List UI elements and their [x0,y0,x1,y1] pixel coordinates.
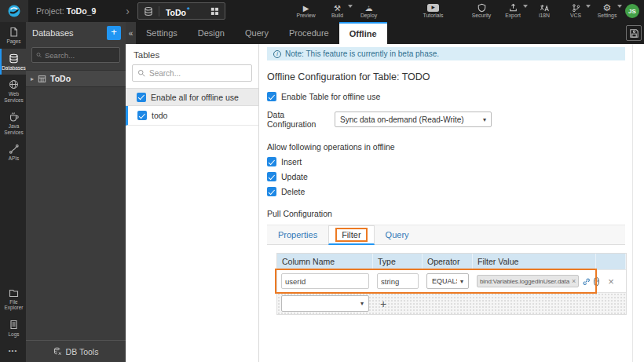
header-filter-value: Filter Value [473,254,596,269]
enable-all-offline-row[interactable]: Enable all for offline use [126,88,258,106]
filter-table-header: Column Name Type Operator Filter Value [277,254,626,269]
security-shield-icon [478,3,486,13]
tab-properties[interactable]: Properties [267,225,328,244]
settings-button[interactable]: ⚙ Settings [595,0,619,22]
column-name-input[interactable] [281,273,369,289]
vcs-branch-icon [572,3,580,13]
preview-button[interactable]: ▶ Preview [295,0,318,22]
info-icon: i [273,50,281,58]
export-button[interactable]: Export [501,0,525,22]
databases-panel: Databases + ▸ ToDo DB Tools [26,22,126,362]
file-explorer-folder-icon [9,287,19,298]
enable-table-checkbox[interactable] [267,92,276,101]
tab-offline[interactable]: Offline [339,22,387,44]
tutorials-button[interactable]: ▶ Tutorials [422,0,445,22]
chevron-down-icon: ▾ [483,116,486,123]
app-selector[interactable]: ToDo* [137,2,225,20]
sidebar-item-java-services[interactable]: Java Services [0,107,26,139]
sidebar-item-file-explorer[interactable]: File Explorer [0,283,26,315]
annotation-filter-tab: Filter [335,228,367,242]
tab-design[interactable]: Design [188,22,235,44]
data-configuration-select[interactable]: Sync data on-demand (Read-Write) ▾ [335,112,492,127]
breadcrumb-chevron-icon: › [126,5,130,16]
table-row-todo[interactable]: todo [126,106,258,126]
add-filter-button[interactable]: + [380,298,386,310]
offline-config-main: i Note: This feature is currently in bet… [259,44,644,362]
sidebar-item-databases[interactable]: Databases [0,49,26,75]
databases-search-input[interactable] [45,51,115,60]
db-tools-icon [53,347,62,356]
content-right-divider [632,44,633,362]
header-type: Type [373,254,423,269]
data-configuration-row: Data Configuration Sync data on-demand (… [267,110,625,129]
app-grid-icon[interactable] [210,7,219,16]
wavemaker-logo-icon [7,4,21,18]
app-logo[interactable] [0,0,28,22]
i18n-translate-icon [540,3,549,13]
sidebar-item-logs[interactable]: Logs [0,315,26,342]
editor-tab-bar: « Settings Design Query Procedure Offlin… [126,22,644,44]
sidebar-item-web-services[interactable]: Web Services [0,75,26,107]
build-button[interactable]: ⚒ Build [326,0,349,22]
enable-table-row: Enable Table for offline use [267,92,625,101]
sidebar-more-button[interactable]: ••• [0,341,26,362]
settings-gear-icon: ⚙ [603,3,612,13]
tree-expand-caret-icon[interactable]: ▸ [31,75,34,82]
delete-row-button[interactable]: × [608,276,614,287]
bind-link-icon[interactable] [582,277,591,286]
save-button[interactable] [626,25,642,41]
sidebar-item-pages[interactable]: Pages [0,22,26,49]
tables-search[interactable] [132,64,252,82]
todo-table-checkbox[interactable] [137,111,147,120]
header-operator: Operator [423,254,473,269]
app-name: ToDo* [166,5,190,17]
tab-settings[interactable]: Settings [136,22,188,44]
deploy-cloud-icon: ☁↑ [365,3,373,13]
sidebar-item-apis[interactable]: APIs [0,139,26,166]
update-checkbox[interactable] [267,172,276,181]
database-icon [144,6,159,16]
insert-operation-row: Insert [267,157,625,166]
database-tree-item-todo[interactable]: ▸ ToDo [26,70,126,87]
operations-section-label: Allow following operations in offline [267,142,625,152]
i18n-button[interactable]: i18N [532,0,556,22]
modified-indicator: * [187,5,190,13]
tables-search-input[interactable] [149,69,236,78]
security-button[interactable]: Security [470,0,493,22]
db-tools-button[interactable]: DB Tools [26,340,126,362]
logs-document-icon [9,320,19,330]
tab-query[interactable]: Query [235,22,279,44]
preview-play-icon: ▶ [303,3,309,13]
filter-add-row: ▾ + [277,292,626,314]
tab-query-pull[interactable]: Query [375,225,420,244]
delete-checkbox[interactable] [267,187,276,196]
add-database-button[interactable]: + [107,26,121,40]
user-avatar[interactable]: JS [625,4,639,18]
export-icon [509,3,518,13]
collapse-panel-button[interactable]: « [126,22,136,44]
operator-select[interactable]: EQUALS ▾ [426,273,469,289]
chevron-down-icon [348,5,353,8]
pull-config-tabs: Properties Filter Query [267,225,625,245]
java-services-coffee-icon [9,112,19,122]
page-title: Offline Configuration for Table: TODO [267,71,625,82]
enable-all-checkbox[interactable] [137,93,146,102]
apis-connector-icon [9,144,19,154]
deploy-button[interactable]: ☁↑ Deploy [357,0,381,22]
tab-procedure[interactable]: Procedure [279,22,339,44]
databases-icon [9,53,19,64]
insert-checkbox[interactable] [267,157,276,166]
vcs-button[interactable]: VCS [564,0,587,22]
tab-filter[interactable]: Filter [328,225,374,245]
chip-remove-icon[interactable]: × [572,277,576,285]
chevron-down-icon [586,5,591,8]
project-label: Project: ToDo_9 [36,6,96,16]
databases-search[interactable] [31,47,120,63]
pull-configuration-label: Pull Configuration [267,209,625,218]
top-bar: Project: ToDo_9 › ToDo* ▶ Preview ⚒ Buil… [0,0,644,22]
add-column-select[interactable]: ▾ [281,295,369,312]
type-input[interactable] [377,273,419,289]
tables-panel: Tables Enable all for offline use todo [126,44,259,362]
beta-note-banner: i Note: This feature is currently in bet… [267,47,625,60]
filter-value-chip[interactable]: bind:Variables.loggedInUser.data × [477,275,579,287]
